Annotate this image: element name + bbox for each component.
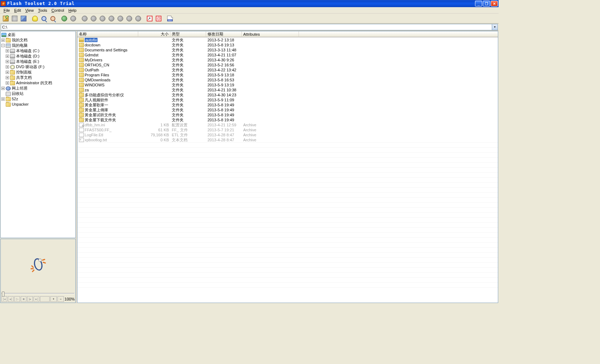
grid-button[interactable]	[10, 14, 19, 23]
table-row[interactable]: FFAST500.FF_61 KBFF_ 文件2013-5-7 19:21Arc…	[78, 127, 498, 132]
tree-52z[interactable]: 52z	[12, 96, 18, 102]
menu-tools[interactable]: Tools	[36, 8, 49, 13]
box1-button[interactable]: ↗	[145, 14, 154, 23]
disc8-button[interactable]	[125, 14, 134, 23]
table-row[interactable]: docdown文件夹2013-5-8 19:13	[78, 42, 498, 47]
maximize-button[interactable]: ❐	[483, 1, 490, 6]
file-list-body[interactable]: autofix文件夹2013-5-2 13:18docdown文件夹2013-5…	[78, 37, 498, 303]
column-size[interactable]: 大小	[138, 31, 170, 37]
table-row[interactable]: dfbb_hm.ini1 KB配置设置2013-4-21 12:59Archiv…	[78, 122, 498, 127]
prev-button[interactable]: ◂|	[8, 296, 14, 302]
tree-desktop[interactable]: 桌面	[8, 32, 15, 37]
expand-toggle[interactable]: +	[6, 76, 9, 79]
tree-drive-d[interactable]: 本地磁盘 (D:)	[16, 54, 39, 59]
folder-icon	[79, 93, 84, 97]
disc1-button[interactable]	[60, 14, 69, 23]
column-name[interactable]: 名称	[78, 31, 138, 37]
stop-button[interactable]: ■	[21, 296, 26, 302]
table-row-empty	[78, 222, 498, 227]
table-row[interactable]: WINDOWS文件夹2013-5-9 13:19	[78, 82, 498, 87]
last-button[interactable]: ▸|	[34, 296, 39, 302]
table-row[interactable]: xpbootlog.txt0 KB文本文档2013-4-28 8:47Archi…	[78, 137, 498, 142]
tree-drive-f[interactable]: DVD 驱动器 (F:)	[16, 64, 44, 70]
column-type[interactable]: 类型	[170, 31, 206, 37]
table-row[interactable]: ORTHOS_CN文件夹2013-5-2 16:56	[78, 62, 498, 67]
next-button[interactable]: |▸	[27, 296, 33, 302]
table-row-empty	[78, 202, 498, 207]
path-input[interactable]: C:\	[1, 24, 492, 30]
play-button[interactable]: ▷	[14, 296, 20, 302]
menu-file[interactable]: File	[1, 8, 12, 13]
table-row[interactable]: za文件夹2013-4-21 10:38	[78, 87, 498, 92]
disc7-button[interactable]	[116, 14, 125, 23]
expand-toggle[interactable]: +	[6, 60, 9, 63]
table-row[interactable]: Documents and Settings文件夹2013-3-13 11:48	[78, 47, 498, 52]
search-button[interactable]	[40, 14, 48, 23]
first-button[interactable]: |◂	[1, 296, 7, 302]
minimize-button[interactable]: _	[475, 1, 482, 6]
table-row[interactable]: 黃金屋试听文件夹文件夹2013-5-8 19:49	[78, 112, 498, 117]
collapse-toggle[interactable]: -	[1, 44, 5, 47]
tree-drive-c[interactable]: 本地磁盘 (C:)	[16, 48, 39, 54]
box2-button[interactable]	[154, 14, 163, 23]
table-row[interactable]: QMDownloads文件夹2013-5-8 16:53	[78, 77, 498, 82]
folder-tree[interactable]: 桌面 +我的文档 -我的电脑 +本地磁盘 (C:) +本地磁盘 (D:) +本地…	[0, 31, 76, 238]
expand-toggle[interactable]: +	[1, 87, 5, 90]
menu-edit[interactable]: Edit	[12, 8, 23, 13]
expand-toggle[interactable]: +	[1, 97, 5, 101]
open-button[interactable]	[1, 14, 10, 23]
disc5-button[interactable]	[98, 14, 107, 23]
table-row[interactable]: LogFile.Etl79,168 KBETL 文件2013-4-28 8:47…	[78, 132, 498, 137]
table-row[interactable]: Program Files文件夹2013-5-9 13:18	[78, 72, 498, 77]
table-row[interactable]: 黃金屋歌庫一文件夹2013-5-8 19:49	[78, 102, 498, 107]
tree-mycomputer[interactable]: 我的电脑	[12, 43, 28, 48]
tree-drive-e[interactable]: 本地磁盘 (E:)	[16, 59, 39, 64]
folder-icon	[79, 118, 84, 122]
table-row-empty	[78, 257, 498, 262]
disc2-button[interactable]	[69, 14, 78, 23]
disc6-button[interactable]	[107, 14, 116, 23]
expand-toggle[interactable]: +	[6, 71, 9, 74]
preview-slider[interactable]	[1, 291, 75, 295]
tree-admin-docs[interactable]: Administrator 的文档	[16, 80, 52, 86]
column-date[interactable]: 修改日期	[206, 31, 242, 37]
table-row[interactable]: 凡人视频软件文件夹2013-5-9 11:09	[78, 97, 498, 102]
cd-icon	[10, 65, 15, 69]
frame-input[interactable]	[40, 296, 50, 302]
path-dropdown[interactable]: ▼	[492, 24, 498, 30]
disc9-button[interactable]	[134, 14, 142, 23]
table-row[interactable]: Gdmdst文件夹2013-4-21 11:07	[78, 52, 498, 57]
menu-control[interactable]: Control	[49, 8, 66, 13]
table-row[interactable]: 多功能虚拟信号分析仪文件夹2013-4-30 14:23	[78, 92, 498, 97]
tree-recycle[interactable]: 回收站	[12, 91, 24, 96]
bulb-button[interactable]	[31, 14, 39, 23]
cube-button[interactable]	[19, 14, 28, 23]
expand-toggle[interactable]: +	[6, 49, 9, 52]
table-row[interactable]: OutPath文件夹2013-4-22 13:42	[78, 67, 498, 72]
tree-mydocs[interactable]: 我的文档	[12, 37, 28, 43]
zoom-in-button[interactable]: +	[50, 296, 57, 302]
table-row-empty	[78, 182, 498, 187]
tree-unpacker[interactable]: Unpacker	[12, 102, 29, 107]
menu-view[interactable]: View	[23, 8, 36, 13]
menu-help[interactable]: Help	[66, 8, 79, 13]
table-row[interactable]: MyDrivers文件夹2013-4-30 9:26	[78, 57, 498, 62]
table-row[interactable]: 黃金屋下载文件夹文件夹2013-5-8 19:49	[78, 117, 498, 122]
tree-control-panel[interactable]: 控制面板	[16, 70, 32, 75]
tree-shared-docs[interactable]: 共享文档	[16, 75, 32, 80]
disc3-button[interactable]	[80, 14, 89, 23]
tree-network[interactable]: 网上邻居	[12, 86, 28, 91]
zoom-out-button[interactable]: −	[58, 296, 64, 302]
expand-toggle[interactable]: +	[1, 39, 5, 42]
find-button[interactable]	[49, 14, 57, 23]
column-attributes[interactable]: Attributes	[242, 31, 299, 37]
expand-toggle[interactable]: +	[6, 65, 9, 69]
close-button[interactable]: ✕	[491, 1, 498, 6]
res-button[interactable]	[166, 14, 174, 23]
table-row[interactable]: autofix文件夹2013-5-2 13:18	[78, 37, 498, 42]
expand-toggle[interactable]: +	[6, 81, 9, 85]
expand-toggle[interactable]: +	[6, 55, 9, 58]
table-row[interactable]: 黃金屋上傳庫文件夹2013-5-8 19:49	[78, 107, 498, 112]
disc4-button[interactable]	[89, 14, 98, 23]
table-row-empty	[78, 142, 498, 147]
